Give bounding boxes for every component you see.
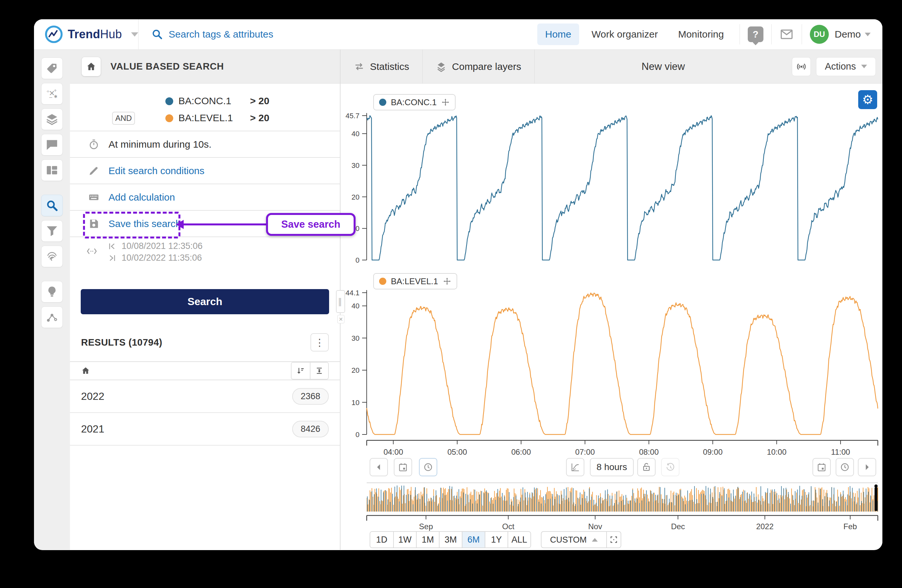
time-range-block[interactable]: 10/08/2021 12:35:06 10/02/2022 11:35:06: [70, 237, 340, 269]
condition-row[interactable]: AND BA:LEVEL.1 > 20: [70, 111, 340, 125]
chart-conc[interactable]: 01020304045.7: [341, 111, 882, 264]
left-icon-rail: ✕+÷✱−: [34, 50, 70, 550]
user-menu-caret-icon[interactable]: [865, 33, 871, 36]
result-count-badge: 2368: [292, 388, 329, 405]
search-panel-body: BA:CONC.1 > 20 AND BA:LEVEL.1 > 20 At mi…: [70, 84, 340, 550]
statistics-button[interactable]: Statistics: [341, 50, 422, 83]
nav-tab-home[interactable]: Home: [537, 23, 579, 45]
edit-search-conditions-link[interactable]: Edit search conditions: [70, 158, 340, 184]
svg-text:0: 0: [355, 430, 360, 439]
nav-tab-work-organizer[interactable]: Work organizer: [584, 23, 666, 45]
collapse-rows-button[interactable]: [310, 363, 328, 379]
sidebar-item-recommendations[interactable]: [41, 281, 63, 302]
chart-level[interactable]: 01020304044.1: [341, 288, 882, 439]
calendar-start-button[interactable]: [394, 458, 412, 476]
chart-settings-button[interactable]: ⚙: [858, 90, 877, 109]
results-header: RESULTS (10794) ⋮: [70, 333, 340, 352]
actions-button[interactable]: Actions: [816, 57, 876, 76]
sidebar-item-filter[interactable]: [41, 220, 63, 242]
panel-splitter-handle[interactable]: ∥: [336, 290, 345, 313]
app-window: TrendHub Search tags & attributes Home W…: [34, 19, 882, 550]
calendar-end-button[interactable]: [813, 458, 831, 476]
legend-chip-level[interactable]: BA:LEVEL.1: [373, 273, 457, 289]
svg-text:06:00: 06:00: [511, 447, 531, 457]
range-6m[interactable]: 6M: [462, 532, 485, 547]
operator-chip[interactable]: AND: [112, 112, 135, 125]
nav-tab-monitoring[interactable]: Monitoring: [670, 23, 732, 45]
svg-text:11:00: 11:00: [831, 447, 850, 457]
compare-layers-button[interactable]: Compare layers: [423, 50, 534, 83]
result-row[interactable]: 2022 2368: [70, 380, 340, 413]
user-avatar[interactable]: DU: [810, 25, 829, 44]
sidebar-item-layers[interactable]: [41, 108, 63, 130]
legend-chip-conc[interactable]: BA:CONC.1: [373, 94, 456, 110]
range-1m[interactable]: 1M: [416, 532, 439, 547]
results-table-tools: [291, 362, 329, 380]
range-1w[interactable]: 1W: [393, 532, 416, 547]
lock-scale-button[interactable]: [637, 458, 656, 476]
duration-text: At minimum during 10s.: [108, 139, 211, 150]
overview-axis: SepOctNovDec2022Feb: [341, 514, 882, 532]
duration-row[interactable]: At minimum during 10s.: [70, 131, 340, 158]
swap-arrows-icon: [354, 61, 365, 72]
plot-region: ⚙ BA:CONC.1 01020304045.7 BA:LEVEL.1 010…: [341, 84, 882, 550]
range-3m[interactable]: 3M: [439, 532, 462, 547]
svg-text:2022: 2022: [756, 522, 774, 531]
top-bar: TrendHub Search tags & attributes Home W…: [34, 19, 882, 50]
trendhub-logo-icon: [44, 24, 63, 44]
page-title: VALUE BASED SEARCH: [110, 61, 224, 72]
panel-home-button[interactable]: [82, 57, 101, 76]
move-icon: [441, 98, 450, 106]
pan-right-button[interactable]: [858, 458, 876, 476]
layers-icon: [46, 113, 58, 125]
global-search-input[interactable]: Search tags & attributes: [139, 29, 273, 40]
annotation-arrow: [183, 224, 266, 225]
condition-row[interactable]: BA:CONC.1 > 20: [70, 94, 340, 108]
sidebar-item-fingerprint[interactable]: [41, 246, 63, 267]
duration-button[interactable]: 8 hours: [590, 458, 634, 476]
add-calculation-link[interactable]: Add calculation: [70, 184, 340, 211]
panel-splitter-close[interactable]: ✕: [337, 315, 345, 324]
history-button[interactable]: [661, 458, 680, 476]
brand-block[interactable]: TrendHub: [34, 19, 139, 49]
overview-strip[interactable]: [341, 482, 882, 513]
sort-button[interactable]: [291, 363, 310, 379]
sidebar-item-search[interactable]: [41, 195, 63, 216]
sidebar-item-comments[interactable]: [41, 134, 63, 155]
custom-range-button[interactable]: CUSTOM: [542, 532, 606, 547]
tag-icon: [46, 62, 58, 75]
sidebar-item-dashboard[interactable]: [41, 160, 63, 181]
svg-text:Oct: Oct: [502, 522, 515, 531]
sidebar-item-tags[interactable]: [41, 58, 63, 79]
pan-left-button[interactable]: [370, 458, 388, 476]
range-1y[interactable]: 1Y: [485, 532, 507, 547]
svg-text:✱: ✱: [54, 94, 58, 99]
interval-start-value: 10/08/2021 12:35:06: [122, 241, 203, 251]
svg-text:07:00: 07:00: [575, 447, 595, 457]
range-all[interactable]: ALL: [507, 532, 531, 547]
comment-icon: [46, 139, 58, 151]
home-column-icon: [81, 366, 90, 375]
clock-start-button[interactable]: [419, 458, 437, 476]
fit-view-button[interactable]: [606, 532, 621, 547]
svg-text:10: 10: [352, 399, 360, 407]
mail-icon[interactable]: [780, 27, 794, 42]
search-panel-header: VALUE BASED SEARCH: [70, 50, 340, 84]
compare-layers-icon: [435, 61, 447, 72]
live-mode-button[interactable]: [792, 57, 811, 76]
svg-text:+: +: [53, 88, 57, 93]
brand-caret-icon[interactable]: [131, 32, 138, 37]
svg-text:Sep: Sep: [419, 522, 433, 531]
svg-text:÷: ÷: [46, 89, 50, 94]
svg-text:08:00: 08:00: [639, 447, 659, 457]
results-menu-button[interactable]: ⋮: [310, 333, 329, 352]
trend-steps-button[interactable]: [566, 458, 584, 476]
result-row[interactable]: 2021 8426: [70, 413, 340, 446]
range-1d[interactable]: 1D: [370, 532, 393, 547]
search-button[interactable]: Search: [81, 289, 329, 314]
sidebar-item-context[interactable]: [41, 307, 63, 328]
sidebar-item-formulas[interactable]: ✕+÷✱−: [41, 83, 63, 105]
help-icon[interactable]: ?: [748, 27, 763, 42]
svg-text:05:00: 05:00: [448, 447, 467, 457]
clock-end-button[interactable]: [836, 458, 854, 476]
